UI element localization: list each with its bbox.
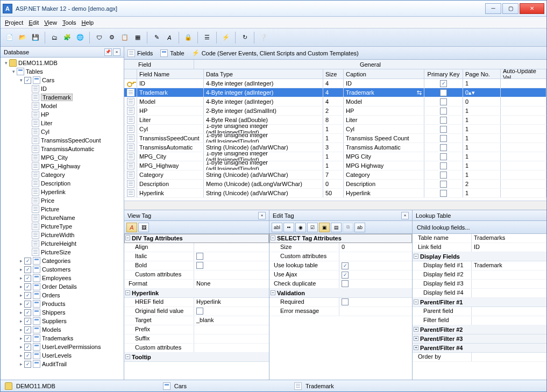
tree-item[interactable]: ▸✓Suppliers [1,317,124,325]
tree-item[interactable]: Trademark [1,93,124,102]
panel-close-icon[interactable]: × [113,48,120,56]
grid-row[interactable]: DescriptionMemo (Unicode) (adLongVarWCha… [124,180,546,189]
grid-hscroll[interactable] [124,201,546,210]
tree-item[interactable]: TransmissAutomatic [1,145,124,153]
pf3-group[interactable]: +Parent/Filter #3 [413,334,546,344]
tree-item[interactable]: Cyl [1,127,124,136]
security-icon[interactable]: 🛡 [93,32,105,44]
tooltip-group[interactable]: −Tooltip [124,353,269,362]
db-icon[interactable]: 🗂 [48,32,60,44]
child-lookup-link[interactable]: Child lookup fields... [415,224,470,231]
tree-item[interactable]: MPG_Highway [1,162,124,170]
grid-row[interactable]: TransmissAutomaticString (Unicode) (adVa… [124,143,546,152]
tab-fields[interactable]: Fields [127,49,153,57]
help-icon[interactable]: ❔ [258,32,269,44]
div-attrs-group[interactable]: −DIV Tag Attributes [124,234,269,243]
font-icon[interactable]: A [164,32,175,44]
save-icon[interactable]: 💾 [30,32,41,44]
tree-item[interactable]: ▸✓UserLevelPermissions [1,343,124,351]
tree-item[interactable]: Description [1,179,124,188]
textarea-tag-icon[interactable]: ▤ [331,223,342,232]
select-tag-icon[interactable]: ▣ [319,223,330,232]
grid-row[interactable]: CategoryString (Unicode) (adVarWChar)7Ca… [124,170,546,180]
php-icon[interactable]: 🧩 [61,32,73,44]
sync-icon[interactable]: ↻ [239,32,251,44]
select-attrs-group[interactable]: −SELECT Tag Attributes [269,234,412,243]
tree-item[interactable]: Price [1,196,124,205]
tree-item[interactable]: ▸✓Shippers [1,308,124,317]
tree-item[interactable]: Hyperlink [1,188,124,196]
tree-item[interactable]: ▸✓Categories [1,256,124,265]
tree-item[interactable]: MPG_City [1,153,124,162]
tree-item[interactable]: PictureSize [1,248,124,256]
generate-icon[interactable]: ⚡ [220,32,232,44]
tree-item[interactable]: PictureType [1,222,124,231]
image-icon[interactable]: 🖼 [138,223,149,232]
tree-item[interactable]: PictureHeight [1,239,124,248]
hyperlink-group[interactable]: −Hyperlink [124,289,269,298]
pf4-group[interactable]: +Parent/Filter #4 [413,344,546,353]
menu-edit[interactable]: Edit [29,19,39,26]
grid-row[interactable]: MPG_City1-byte unsigned integer (adUnsig… [124,152,546,161]
table-icon[interactable]: ▦ [132,32,144,44]
password-tag-icon[interactable]: •• [283,223,294,232]
grid-row[interactable]: HyperlinkString (Unicode) (adVarWChar)50… [124,189,546,198]
display-fields-group[interactable]: −Display Fields [413,252,546,261]
tree-item[interactable]: PictureName [1,213,124,222]
tree-item[interactable]: PictureWidth [1,231,124,239]
hidden-tag-icon[interactable]: ab [354,223,365,232]
tree-item[interactable]: ▾✓Cars [1,76,124,84]
tree-item[interactable]: Category [1,170,124,179]
format-a-icon[interactable]: A [126,223,137,232]
copy-icon[interactable]: 📋 [119,32,131,44]
panel-close-icon[interactable]: × [401,212,409,219]
tab-code[interactable]: ⚡Code (Server Events, Client Scripts and… [192,49,359,57]
pf1-group[interactable]: −Parent/Filter #1 [413,298,546,307]
tree-item[interactable]: ID [1,84,124,93]
tree-item[interactable]: ▸✓Models [1,325,124,334]
tree-item[interactable]: HP [1,110,124,119]
tree-item[interactable]: ▸✓Customers [1,265,124,274]
grid-row[interactable]: Model4-Byte integer (adInteger)4Model0 [124,97,546,106]
tree-item[interactable]: ▸✓Employees [1,274,124,282]
menu-project[interactable]: Project [5,19,23,26]
tree-item[interactable]: ▸✓AuditTrail [1,360,124,368]
tree-item[interactable]: ▸✓Trademarks [1,334,124,343]
grid-row[interactable]: Trademark4-Byte integer (adInteger)4Trad… [124,88,546,97]
checkbox-tag-icon[interactable]: ☑ [307,223,318,232]
menu-view[interactable]: View [44,19,57,26]
tree-item[interactable]: TransmissSpeedCount [1,136,124,145]
grid-row[interactable]: Liter4-Byte Real (adDouble)8Liter1 [124,116,546,125]
panel-close-icon[interactable]: × [258,212,266,219]
tree-item[interactable]: ▸✓Products [1,300,124,308]
grid-row[interactable]: Cyl1-byte unsigned integer (adUnsignedTi… [124,125,546,134]
db-tree[interactable]: ▾DEMO11.MDB▾Tables▾✓CarsIDTrademarkModel… [1,58,124,380]
grid-row[interactable]: ID4-Byte integer (adInteger)4ID✓1 [124,79,546,88]
open-icon[interactable]: 📂 [17,32,29,44]
tree-item[interactable]: ▾DEMO11.MDB [1,59,124,67]
file-tag-icon[interactable]: ⧉ [343,223,353,232]
tab-table[interactable]: Table [160,49,184,57]
tree-item[interactable]: Model [1,102,124,110]
grid-row[interactable]: HP2-Byte integer (adSmallInt)2HP1 [124,106,546,116]
html-icon[interactable]: 🌐 [74,32,86,44]
tree-item[interactable]: ▾Tables [1,67,124,76]
asp-icon[interactable]: ⚙ [106,32,118,44]
lock-icon[interactable]: 🔒 [182,32,194,44]
tree-item[interactable]: Liter [1,119,124,127]
pf2-group[interactable]: +Parent/Filter #2 [413,325,546,334]
text-tag-icon[interactable]: abl [272,223,282,232]
tree-item[interactable]: ▸✓UserLevels [1,351,124,360]
close-button[interactable]: ✕ [520,3,544,14]
edit-icon[interactable]: ✎ [151,32,162,44]
grid-row[interactable]: TransmissSpeedCount1-byte unsigned integ… [124,134,546,143]
grid-row[interactable]: MPG_Highway1-byte unsigned integer (adUn… [124,161,546,170]
new-icon[interactable]: 📄 [4,32,16,44]
tree-item[interactable]: Picture [1,205,124,213]
menu-help[interactable]: Help [82,19,94,26]
validation-group[interactable]: −Validation [269,289,412,298]
radio-tag-icon[interactable]: ◉ [295,223,306,232]
minimize-button[interactable]: ─ [485,3,501,14]
tree-item[interactable]: ▸✓Order Details [1,282,124,291]
menu-tools[interactable]: Tools [62,19,76,26]
